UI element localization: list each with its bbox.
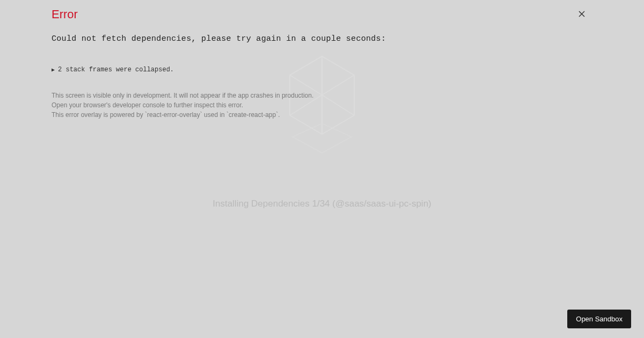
error-message: Could not fetch dependencies, please try… [52, 34, 592, 43]
open-sandbox-button[interactable]: Open Sandbox [567, 310, 631, 328]
stack-frames-toggle[interactable]: ▶ 2 stack frames were collapsed. [52, 66, 592, 74]
triangle-right-icon: ▶ [52, 67, 55, 73]
stack-collapsed-label: 2 stack frames were collapsed. [58, 66, 174, 74]
disclaimer-line-2: Open your browser's developer console to… [52, 100, 592, 110]
error-overlay: Error Could not fetch dependencies, plea… [0, 0, 644, 120]
disclaimer-line-1: This screen is visible only in developme… [52, 91, 592, 100]
installing-status-text: Installing Dependencies 1/34 (@saas/saas… [213, 199, 431, 209]
error-title: Error [52, 8, 592, 21]
disclaimer-line-3: This error overlay is powered by `react-… [52, 110, 592, 120]
disclaimer-text: This screen is visible only in developme… [52, 91, 592, 120]
